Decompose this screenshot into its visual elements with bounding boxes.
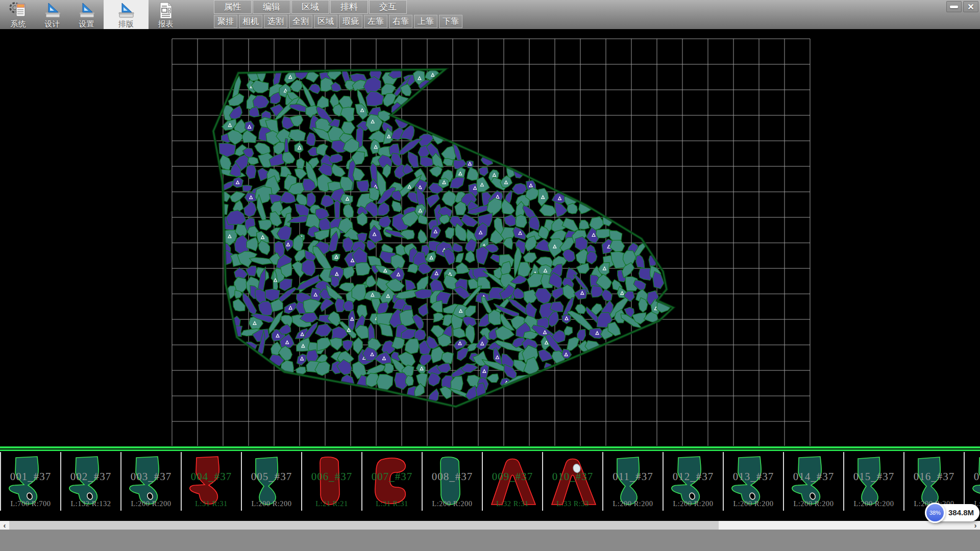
nesting-canvas[interactable]: [0, 29, 980, 446]
system-icon: [9, 1, 28, 19]
piece-tile-3[interactable]: 003_#37L:200 R:200: [120, 452, 181, 511]
piece-id-label: 010_#37: [543, 470, 602, 483]
piece-tile-7[interactable]: 007_#37L:31 R:31: [361, 452, 422, 511]
piece-id-label: 014_#37: [784, 470, 843, 483]
tool-button-cut-all[interactable]: 全割: [289, 15, 312, 28]
menu-bar: 属性编辑区域排料交互: [214, 0, 464, 14]
toolbar-button-label: 设计: [45, 19, 60, 28]
piece-lr-count: L:700 R:700: [1, 499, 60, 508]
piece-lr-count: L:21 R:21: [302, 499, 361, 508]
tool-button-select-cut[interactable]: 选割: [264, 15, 287, 28]
piece-tile-15[interactable]: 015_#37L:200 R:200: [843, 452, 903, 511]
piece-lr-count: L:200 R:200: [242, 499, 301, 508]
piece-id-label: 013_#37: [724, 470, 783, 483]
window-controls: ✕: [946, 1, 978, 12]
piece-tile-11[interactable]: 011_#37L:200 R:200: [602, 452, 663, 511]
strip-top-line: [0, 446, 980, 448]
tool-button-region[interactable]: 区域: [314, 15, 337, 28]
settings-icon: [78, 1, 95, 19]
piece-tile-9[interactable]: 009_#37L:32 R:31: [482, 452, 542, 511]
piece-id-label: 007_#37: [362, 470, 422, 483]
tool-button-snap-right[interactable]: 右靠: [389, 15, 412, 28]
piece-tile-14[interactable]: 014_#37L:200 R:200: [783, 452, 843, 511]
tool-button-defect[interactable]: 瑕疵: [339, 15, 362, 28]
piece-tile-2[interactable]: 002_#37L:132 R:132: [60, 452, 120, 511]
piece-tile-4[interactable]: 004_#37L:31 R:31: [181, 452, 241, 511]
piece-tile-6[interactable]: 006_#37L:21 R:21: [301, 452, 361, 511]
application-window: 系统设计设置排版报表 属性编辑区域排料交互 聚排相机选割全割区域瑕疵左靠右靠上靠…: [0, 0, 980, 551]
menu-area: 属性编辑区域排料交互 聚排相机选割全割区域瑕疵左靠右靠上靠下靠: [214, 0, 464, 29]
horizontal-scrollbar[interactable]: ‹ ›: [0, 521, 980, 530]
toolbar-button-design[interactable]: 设计: [35, 0, 69, 29]
design-icon: [44, 1, 61, 19]
piece-id-label: 012_#37: [664, 470, 723, 483]
status-badge: 384.8M 38%: [925, 503, 980, 523]
piece-lr-count: L:32 R:31: [483, 499, 542, 508]
menu-item-nesting[interactable]: 排料: [330, 0, 368, 14]
canvas-svg: [0, 29, 980, 446]
toolbar-button-label: 报表: [158, 19, 174, 28]
menu-item-interact[interactable]: 交互: [369, 0, 407, 14]
minimize-icon: [950, 6, 958, 8]
tool-button-snap-bottom[interactable]: 下靠: [439, 15, 462, 28]
piece-tile-16[interactable]: 016_#37L:200 R:200: [903, 452, 964, 511]
main-toolbar: 系统设计设置排版报表: [1, 0, 183, 29]
menu-item-properties[interactable]: 属性: [214, 0, 252, 14]
piece-tile-13[interactable]: 013_#37L:200 R:200: [723, 452, 783, 511]
piece-lr-count: L:200 R:200: [844, 499, 903, 508]
minimize-button[interactable]: [946, 1, 962, 12]
piece-id-label: 002_#37: [61, 470, 120, 483]
piece-lr-count: L:33 R:33: [543, 499, 602, 508]
piece-tile-12[interactable]: 012_#37L:200 R:200: [663, 452, 723, 511]
piece-tile-8[interactable]: 008_#37L:200 R:200: [422, 452, 482, 511]
toolbar-button-settings[interactable]: 设置: [69, 0, 104, 29]
piece-id-label: 004_#37: [182, 470, 241, 483]
piece-lr-count: L:200 R:200: [784, 499, 843, 508]
toolbar-button-label: 排版: [118, 19, 134, 28]
nested-pieces: [215, 59, 674, 404]
piece-id-label: 003_#37: [121, 470, 181, 483]
toolbar-button-layout[interactable]: 排版: [104, 0, 149, 29]
piece-tile-17[interactable]: 017_#37L:200 R:200: [964, 452, 980, 511]
close-button[interactable]: ✕: [963, 1, 978, 12]
tool-bar: 聚排相机选割全割区域瑕疵左靠右靠上靠下靠: [214, 15, 464, 29]
piece-tile-1[interactable]: 001_#37L:700 R:700: [0, 452, 60, 511]
piece-lr-count: L:132 R:132: [61, 499, 120, 508]
percent-value: 38%: [929, 510, 941, 516]
piece-tile-5[interactable]: 005_#37L:200 R:200: [241, 452, 301, 511]
report-icon: [157, 1, 175, 19]
memory-value: 384.8M: [948, 504, 979, 521]
piece-lr-count: L:200 R:200: [423, 499, 482, 508]
toolbar: 系统设计设置排版报表 属性编辑区域排料交互 聚排相机选割全割区域瑕疵左靠右靠上靠…: [0, 0, 980, 29]
tool-button-camera[interactable]: 相机: [239, 15, 262, 28]
piece-id-label: 005_#37: [242, 470, 301, 483]
pieces-strip: 001_#37L:700 R:700002_#37L:132 R:132003_…: [0, 446, 980, 521]
piece-id-label: 006_#37: [302, 470, 361, 483]
piece-id-label: 017_#37: [965, 470, 980, 483]
strip-top-line-2: [0, 449, 980, 451]
scroll-left-arrow[interactable]: ‹: [0, 521, 9, 530]
tool-button-snap-left[interactable]: 左靠: [364, 15, 387, 28]
piece-tile-10[interactable]: 010_#37L:33 R:33: [542, 452, 602, 511]
piece-id-label: 009_#37: [483, 470, 542, 483]
piece-id-label: 011_#37: [603, 470, 663, 483]
piece-lr-count: L:200 R:200: [121, 499, 181, 508]
toolbar-button-label: 系统: [11, 19, 26, 28]
tool-button-cluster-nest[interactable]: 聚排: [214, 15, 237, 28]
menu-item-edit[interactable]: 编辑: [253, 0, 290, 14]
piece-lr-count: L:200 R:200: [664, 499, 723, 508]
toolbar-button-report[interactable]: 报表: [149, 0, 183, 29]
piece-lr-count: L:200 R:200: [603, 499, 663, 508]
piece-id-label: 015_#37: [844, 470, 903, 483]
tool-button-snap-top[interactable]: 上靠: [414, 15, 437, 28]
status-footer: [0, 530, 980, 551]
menu-item-region[interactable]: 区域: [291, 0, 329, 14]
piece-id-label: 008_#37: [423, 470, 482, 483]
piece-lr-count: L:31 R:31: [182, 499, 241, 508]
piece-lr-count: L:31 R:31: [362, 499, 422, 508]
piece-id-label: 016_#37: [904, 470, 964, 483]
scrollbar-thumb[interactable]: [9, 521, 719, 530]
toolbar-button-system[interactable]: 系统: [1, 0, 35, 29]
piece-lr-count: L:200 R:200: [724, 499, 783, 508]
percent-circle: 38%: [925, 503, 945, 523]
